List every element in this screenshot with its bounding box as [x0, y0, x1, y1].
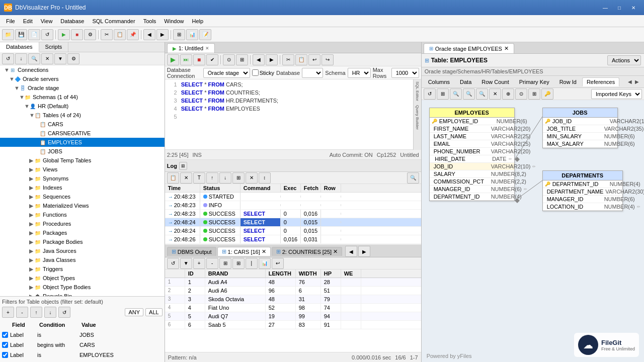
rst-9[interactable]: ⊞ [528, 88, 540, 100]
tree-jobs[interactable]: 📋 JOBS [0, 147, 165, 156]
sticky-checkbox[interactable] [252, 69, 259, 76]
result-tab-countries[interactable]: ⊞ 2: COUNTRIES [25] ✕ [272, 247, 342, 256]
menu-edit[interactable]: Edit [19, 17, 37, 25]
tree-connections[interactable]: ▼ ⊞ Connections [0, 65, 165, 74]
result-tab-cars[interactable]: ⊞ 1: CARS [16] ✕ [217, 247, 271, 256]
sql-run-step[interactable]: ⏭ [180, 54, 192, 65]
log-tb-6[interactable]: ⊞ [232, 172, 245, 184]
log-row-0[interactable]: → 20:48:23 STARTED [165, 193, 421, 201]
rst-7[interactable]: ⊕ [502, 88, 514, 100]
menu-database[interactable]: Database [56, 17, 88, 25]
sql-next[interactable]: ▶ [266, 54, 278, 65]
log-row-5[interactable]: → 20:48:26 SUCCESS SELECT 0,016 0,031 [165, 235, 421, 244]
log-row-1[interactable]: → 20:48:23 INFO [165, 201, 421, 210]
col-hp-header[interactable]: HP [321, 269, 341, 278]
toolbar-paste[interactable]: 📌 [127, 29, 139, 40]
result-tab-countries-close[interactable]: ✕ [333, 248, 338, 255]
filter-move-down[interactable]: ↓ [44, 307, 56, 318]
filter-add[interactable]: + [2, 307, 14, 318]
sql-run-button[interactable]: ▶ [167, 54, 179, 65]
tree-object-type-bodies[interactable]: ▶ 📁 Object Type Bodies [0, 283, 165, 292]
log-row-3[interactable]: → 20:48:24 SUCCESS SELECT 0 0,015 [165, 218, 421, 227]
table-row[interactable]: 6 6 Saab 5 27 83 91 [165, 321, 421, 329]
tree-employees[interactable]: 📋 EMPLOYEES [0, 138, 165, 147]
tree-procedures[interactable]: ▶ 📁 Procedures [0, 219, 165, 228]
sql-editor-tab[interactable]: SQL Editor [414, 79, 421, 103]
filter-row-1-checkbox[interactable] [2, 332, 8, 338]
log-search[interactable]: 🔍 [407, 172, 419, 184]
col-width-header[interactable]: WIDTH [296, 269, 321, 278]
tree-hr[interactable]: ▼ 👤 HR (Default) [0, 102, 165, 111]
filter-row-3-checkbox[interactable] [2, 352, 8, 358]
left-tb-search[interactable]: 🔍 [28, 53, 40, 64]
sql-copy[interactable]: 📋 [295, 54, 307, 65]
tree-java-classes[interactable]: ▶ 📁 Java Classes [0, 255, 165, 264]
toolbar-open[interactable]: 📁 [2, 29, 14, 40]
sub-tab-primary-key[interactable]: Primary Key [515, 77, 554, 86]
rt-chart[interactable]: 📊 [259, 258, 271, 269]
menu-window[interactable]: Window [160, 17, 188, 25]
log-row-4[interactable]: → 20:48:24 SUCCESS SELECT 0 0,015 [165, 227, 421, 235]
left-tb-clear[interactable]: ✕ [41, 53, 53, 64]
log-row-2[interactable]: → 20:48:23 SUCCESS SELECT 0 0,016 [165, 210, 421, 218]
rt-col[interactable]: | [246, 258, 258, 269]
tree-package-bodies[interactable]: ▶ 📁 Package Bodies [0, 237, 165, 246]
tree-indexes[interactable]: ▶ 📁 Indexes [0, 183, 165, 192]
edit-hire-date-icon[interactable]: ✏ [509, 157, 512, 161]
col-length-header[interactable]: LENGTH [266, 269, 296, 278]
sql-editor[interactable]: 1 SELECT * FROM CARS; 2 SELECT * FROM CO… [165, 79, 413, 150]
nav-prev[interactable]: ◀ [628, 79, 632, 84]
rst-8[interactable]: ⊙ [515, 88, 527, 100]
sql-stop-button[interactable]: ■ [193, 54, 205, 65]
filter-row-2-checkbox[interactable] [2, 342, 8, 348]
toolbar-reload[interactable]: ↺ [41, 29, 53, 40]
minimize-button[interactable]: — [599, 3, 612, 13]
rst-5[interactable]: 🔍 [476, 88, 488, 100]
menu-tools[interactable]: Tools [139, 17, 160, 25]
log-tb-4[interactable]: ↑ [206, 172, 218, 184]
sql-undo[interactable]: ↩ [308, 54, 320, 65]
sql-redo[interactable]: ↪ [321, 54, 334, 65]
result-tab-dbms[interactable]: ⊞ DBMS Output [167, 247, 216, 256]
tree-functions[interactable]: ▶ 📁 Functions [0, 210, 165, 219]
col-brand-header[interactable]: BRAND [205, 269, 266, 278]
rst-2[interactable]: ⊞ [437, 88, 449, 100]
menu-view[interactable]: View [37, 17, 57, 25]
toolbar-prev[interactable]: ◀ [143, 29, 155, 40]
table-row[interactable]: 2 2 Audi A6 96 6 51 [165, 287, 421, 295]
left-tb-refresh[interactable]: ↺ [2, 53, 14, 64]
db-select[interactable]: Oracle stage [203, 68, 250, 78]
toolbar-script[interactable]: 📝 [199, 29, 211, 40]
sql-explain[interactable]: ⊙ [223, 54, 235, 65]
tree-views[interactable]: ▶ 📁 Views [0, 165, 165, 174]
tree-schemas[interactable]: ▼ 📁 Schemas (1 of 44) [0, 93, 165, 102]
result-prev[interactable]: ◀ [345, 246, 357, 257]
menu-sql-commander[interactable]: SQL Commander [88, 17, 139, 25]
toolbar-next[interactable]: ▶ [156, 29, 169, 40]
result-tab-cars-close[interactable]: ✕ [262, 248, 266, 255]
sub-tab-row-count[interactable]: Row Count [477, 77, 513, 86]
filter-all-button[interactable]: ALL [145, 308, 163, 316]
sql-cut[interactable]: ✂ [282, 54, 294, 65]
filter-refresh[interactable]: ↺ [58, 307, 70, 318]
tree-oracle-stage[interactable]: ▼ 🗄 Oracle stage [0, 83, 165, 93]
log-tb-8[interactable]: ↕ [259, 172, 271, 184]
sql-commit[interactable]: ✔ [206, 54, 218, 65]
rst-3[interactable]: 🔍 [450, 88, 462, 100]
left-tb-settings[interactable]: ⚙ [67, 53, 79, 64]
result-next[interactable]: ▶ [358, 246, 370, 257]
rt-undo[interactable]: ↩ [272, 258, 284, 269]
log-tb-3[interactable]: T [193, 172, 205, 184]
right-tab-employees[interactable]: ⊞ Oracle stage EMPLOYEES ✕ [424, 43, 514, 53]
rst-refresh[interactable]: ↺ [424, 88, 436, 100]
toolbar-save[interactable]: 💾 [15, 29, 27, 40]
menu-file[interactable]: File [2, 17, 19, 25]
tree-triggers[interactable]: ▶ 📁 Triggers [0, 264, 165, 274]
toolbar-connect[interactable]: ▶ [58, 29, 70, 40]
rt-add[interactable]: + [193, 258, 205, 269]
table-row[interactable]: 4 4 Fiat Uno 52 98 74 [165, 304, 421, 312]
toolbar-cut[interactable]: ✂ [101, 29, 113, 40]
tree-java-sources[interactable]: ▶ 📁 Java Sources [0, 246, 165, 255]
results-table[interactable]: ID BRAND LENGTH WIDTH HP WE 1 1 Audi A4 … [165, 269, 421, 352]
query-builder-tab[interactable]: Query Builder [414, 103, 421, 132]
